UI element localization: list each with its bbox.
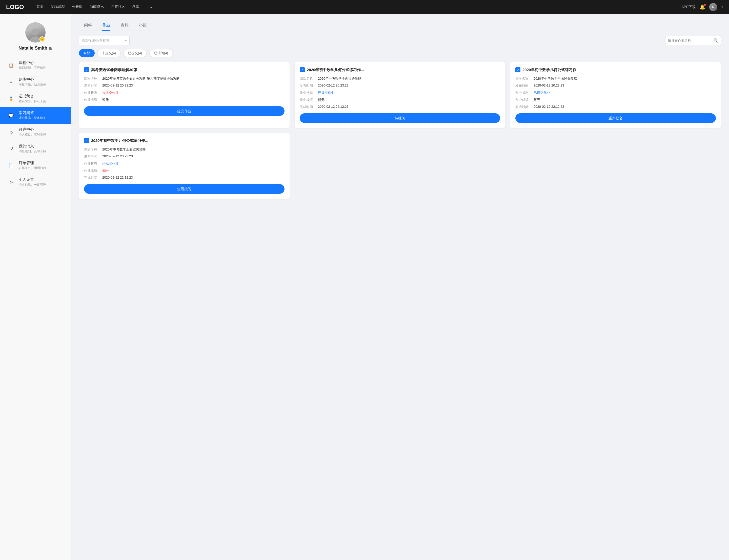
status-row: 全部 未提交(4) 已提交(4) 已批阅(4) (79, 49, 721, 57)
messages-text: 我的消息 消息通知、及时了解 (19, 144, 46, 154)
course-select[interactable]: 请选择课程/课程包 ▾ (79, 36, 130, 45)
app-download[interactable]: APP下载 (681, 5, 696, 9)
account-icon: ◇ (7, 128, 15, 136)
sidebar-item-account[interactable]: ◇ 账户中心 个人权益、实时掌握 (0, 124, 71, 140)
sidebar-item-courses[interactable]: 📋 课程中心 精彩课程、不容错过 (0, 57, 71, 74)
bell-icon[interactable]: 🔔 (700, 4, 705, 10)
search-input[interactable] (668, 39, 713, 42)
hw4-action-button[interactable]: 查看批阅 (84, 184, 284, 194)
nav-news[interactable]: 新闻资讯 (90, 5, 104, 10)
hw3-title: 2020年初中数学几何公式练习作... (523, 68, 580, 72)
avatar[interactable]: N (709, 3, 717, 11)
hw2-title: 2020年初中数学几何公式练习作... (307, 68, 364, 72)
avatar-badge: ★ (39, 36, 45, 42)
question-bank-icon: ≡ (7, 78, 15, 86)
hw3-course-row: 课次名称 2020年中考数学全面过关攻略 (515, 76, 716, 81)
sidebar-item-messages[interactable]: 🗨 我的消息 消息通知、及时了解 (0, 140, 71, 157)
cards-grid: ✓ 高考英语试卷阅读理解30张 课次名称 2020年高考英语全面过关攻略-第六期… (79, 62, 721, 199)
nav-qa[interactable]: 问答社区 (111, 5, 125, 10)
cert-title: 证书荣誉 (19, 94, 46, 99)
hw1-publish-value: 2020-02-12 20:23:23 (102, 83, 284, 88)
hw2-course-value: 2020年中考数学全面过关攻略 (318, 76, 500, 81)
hw1-course-label: 课次名称 (84, 76, 102, 81)
hw4-course-label: 课次名称 (84, 147, 102, 152)
sidebar-menu: 📋 课程中心 精彩课程、不容错过 ≡ 题库中心 海量习题、助力通关 🏅 证书荣誉… (0, 57, 71, 190)
hw2-complete-row: 完成时间 2020-02-12 22:12:23 (300, 105, 500, 109)
hw3-publish-value: 2020-02-12 20:23:23 (534, 83, 716, 88)
orders-title: 订单管理 (19, 161, 46, 165)
hw4-title-row: ✓ 2020年初中数学几何公式练习作... (84, 138, 284, 143)
courses-title: 课程中心 (19, 60, 46, 65)
hw3-publish-label: 发布时间 (515, 83, 534, 88)
courses-sub: 精彩课程、不容错过 (19, 66, 46, 70)
sidebar-item-question-bank[interactable]: ≡ 题库中心 海量习题、助力通关 (0, 74, 71, 90)
question-bank-text: 题库中心 海量习题、助力通关 (19, 77, 46, 87)
status-reviewed[interactable]: 已批阅(4) (149, 49, 173, 57)
hw-card-2: ✓ 2020年初中数学几何公式练习作... 课次名称 2020年中考数学全面过关… (295, 62, 505, 128)
hw3-score-label: 作业成绩 (515, 98, 534, 102)
hw1-score-label: 作业成绩 (84, 98, 102, 102)
tab-qa[interactable]: 问答 (79, 20, 97, 31)
search-icon[interactable]: 🔍 (713, 38, 718, 43)
hw2-status-value: 已提交作业 (318, 91, 500, 95)
hw3-status-label: 作业状态 (515, 91, 534, 95)
certificates-text: 证书荣誉 收获荣誉、持证上岗 (19, 94, 46, 103)
badge-star-icon: ★ (41, 37, 44, 41)
hw1-title-row: ✓ 高考英语试卷阅读理解30张 (84, 67, 284, 72)
hw-card-1: ✓ 高考英语试卷阅读理解30张 课次名称 2020年高考英语全面过关攻略-第六期… (79, 62, 289, 128)
hw2-badge-icon: ✓ (300, 67, 305, 72)
svg-point-0 (32, 29, 39, 35)
hw1-action-button[interactable]: 提交作业 (84, 106, 284, 116)
qa-text: 学习问答 课后重温、疑难解答 (19, 111, 46, 120)
navbar-right: APP下载 🔔 N ▾ (681, 3, 723, 11)
hw2-course-label: 课次名称 (300, 76, 318, 81)
settings-sub: 个人信息、一键管理 (19, 183, 46, 187)
navbar-nav: 首页 发现课程 公开课 新闻资讯 问答社区 题库 ··· (36, 5, 681, 10)
messages-title: 我的消息 (19, 144, 46, 149)
logo: LOGO (6, 4, 26, 11)
account-text: 账户中心 个人权益、实时掌握 (19, 127, 46, 137)
filter-row: 请选择课程/课程包 ▾ 🔍 (79, 36, 721, 45)
avatar-chevron-icon[interactable]: ▾ (721, 5, 723, 9)
sidebar-item-orders[interactable]: 📄 订单管理 订单支出、明明白白 (0, 157, 71, 174)
svg-point-1 (30, 36, 41, 42)
nav-bank[interactable]: 题库 (132, 5, 139, 10)
hw2-action-button[interactable]: 待批阅 (300, 113, 500, 123)
hw3-action-button[interactable]: 重新提交 (515, 113, 716, 123)
hw4-publish-value: 2020-02-12 20:23:23 (102, 154, 284, 159)
sidebar-item-settings[interactable]: ⚙ 个人设置 个人信息、一键管理 (0, 174, 71, 190)
tab-homework[interactable]: 作业 (97, 20, 115, 31)
settings-text: 个人设置 个人信息、一键管理 (19, 177, 46, 187)
status-all[interactable]: 全部 (79, 49, 95, 57)
hw2-score-label: 作业成绩 (300, 98, 318, 102)
hw1-status-label: 作业状态 (84, 91, 102, 95)
qr-icon[interactable]: ⊞ (49, 46, 52, 51)
sidebar-item-qa[interactable]: 💬 学习问答 课后重温、疑难解答 (0, 107, 71, 124)
nav-discover[interactable]: 发现课程 (51, 5, 65, 10)
hw1-score-row: 作业成绩 暂无 (84, 98, 284, 102)
status-not-submitted[interactable]: 未提交(4) (97, 49, 121, 57)
orders-icon: 📄 (7, 161, 15, 169)
tabs-row: 问答 作业 资料 小组 (79, 20, 721, 31)
hw3-publish-row: 发布时间 2020-02-12 20:23:23 (515, 83, 716, 88)
hw2-title-row: ✓ 2020年初中数学几何公式练习作... (300, 67, 500, 72)
hw4-title: 2020年初中数学几何公式练习作... (91, 138, 148, 143)
tab-materials[interactable]: 资料 (115, 20, 134, 31)
hw4-publish-label: 发布时间 (84, 154, 102, 159)
hw3-course-value: 2020年中考数学全面过关攻略 (534, 76, 716, 81)
account-sub: 个人权益、实时掌握 (19, 133, 46, 137)
nav-more[interactable]: ··· (148, 5, 152, 10)
orders-sub: 订单支出、明明白白 (19, 166, 46, 170)
sidebar-item-certificates[interactable]: 🏅 证书荣誉 收获荣誉、持证上岗 (0, 90, 71, 107)
username-text: Natalie Smith (18, 46, 47, 51)
nav-home[interactable]: 首页 (36, 5, 44, 10)
hw1-course-row: 课次名称 2020年高考英语全面过关攻略-第六期零基础语法攻略 (84, 76, 284, 81)
nav-open[interactable]: 公开课 (72, 5, 82, 10)
hw4-score-value: 88分 (102, 168, 284, 173)
hw4-status-row: 作业状态 已批阅作业 (84, 161, 284, 166)
tab-groups[interactable]: 小组 (134, 20, 152, 31)
filter-left: 请选择课程/课程包 ▾ (79, 36, 130, 45)
certificate-icon: 🏅 (7, 95, 15, 103)
qbank-title: 题库中心 (19, 77, 46, 82)
status-submitted[interactable]: 已提交(4) (123, 49, 147, 57)
